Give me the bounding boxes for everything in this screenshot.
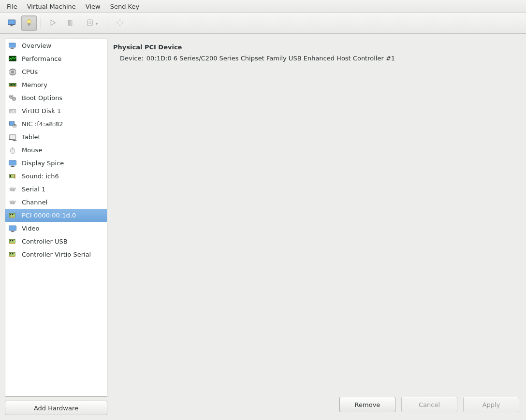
pcicard-icon [7,250,18,260]
sidebar-item-performance[interactable]: Performance [5,52,107,65]
svg-rect-35 [9,86,16,87]
remove-button[interactable]: Remove [339,397,395,412]
serial-icon [7,198,18,207]
svg-rect-53 [11,166,15,167]
sidebar-item-mouse[interactable]: Mouse [5,144,107,157]
button-label: Remove [355,401,380,408]
fullscreen-icon [116,18,124,29]
sidebar-item-label: Controller USB [22,238,104,245]
svg-point-62 [11,202,12,202]
separator [108,17,108,29]
shutdown-button[interactable]: ▾ [80,15,104,31]
menu-view[interactable]: View [82,1,104,12]
sidebar-item-label: Boot Options [22,94,104,101]
pcicard-icon [7,237,18,246]
toolbar: ▾ [0,13,526,34]
sidebar-item-controller-virtio-serial[interactable]: Controller Virtio Serial [5,248,107,261]
button-label: Cancel [419,401,440,408]
svg-rect-56 [15,174,15,178]
lightbulb-icon [25,18,33,29]
details-content: Physical PCI Device Device: 00:1D:0 6 Se… [112,39,521,394]
svg-rect-2 [11,25,13,26]
content-area: Overview Performance CPUs Memory Boot Op… [0,34,526,420]
add-hardware-button[interactable]: Add Hardware [5,401,107,415]
sidebar-item-video[interactable]: Video [5,222,107,235]
sidebar-item-serial-1[interactable]: Serial 1 [5,183,107,196]
menu-virtual-machine[interactable]: Virtual Machine [23,1,80,12]
sidebar-item-label: Display Spice [22,159,104,167]
monitor-icon [7,18,16,29]
svg-rect-76 [12,240,14,241]
svg-point-59 [14,188,14,189]
details-view-button[interactable] [21,15,37,31]
svg-rect-14 [11,48,15,49]
svg-rect-73 [11,232,15,232]
sidebar-item-label: Channel [22,199,104,206]
svg-rect-51 [9,160,16,165]
svg-rect-81 [9,256,15,257]
svg-line-48 [9,139,17,141]
svg-rect-47 [9,134,16,139]
button-label: Add Hardware [34,405,78,412]
mouse-icon [7,145,18,155]
svg-rect-80 [12,253,14,254]
fullscreen-button[interactable] [112,15,128,31]
svg-point-11 [89,21,91,24]
sidebar-item-boot-options[interactable]: Boot Options [5,91,107,104]
svg-rect-79 [10,253,11,254]
sidebar-item-display-spice[interactable]: Display Spice [5,157,107,170]
action-bar: Remove Cancel Apply [112,394,521,415]
sidebar-item-label: Performance [22,55,104,62]
sidebar-item-cpus[interactable]: CPUs [5,65,107,78]
svg-point-63 [12,202,13,202]
sidebar-item-nic[interactable]: NIC :f4:a8:82 [5,117,107,130]
sidebar-item-overview[interactable]: Overview [5,39,107,52]
svg-rect-17 [11,71,14,73]
console-view-button[interactable] [4,15,19,31]
run-button[interactable] [45,15,60,31]
menubar: File Virtual Machine View Send Key [0,0,526,13]
svg-rect-1 [8,20,15,24]
svg-marker-7 [51,20,55,25]
memory-icon [7,80,18,90]
svg-rect-43 [10,111,13,112]
pause-button[interactable] [62,15,78,31]
sidebar-item-memory[interactable]: Memory [5,78,107,91]
display-icon [7,159,18,168]
sidebar-item-tablet[interactable]: Tablet [5,130,107,144]
field-value: 00:1D:0 6 Series/C200 Series Chipset Fam… [146,55,395,62]
sidebar-item-label: Controller Virtio Serial [22,251,104,258]
sidebar-item-virtio-disk-1[interactable]: VirtIO Disk 1 [5,104,107,117]
menu-file[interactable]: File [3,1,21,12]
cancel-button: Cancel [401,397,457,412]
cpu-icon [7,67,18,77]
sidebar-item-label: NIC :f4:a8:82 [22,120,104,128]
sidebar-item-label: Memory [22,81,104,88]
disk-icon [7,106,18,116]
svg-rect-40 [9,109,16,113]
pause-icon [66,18,74,29]
computer-icon [7,41,18,51]
svg-point-41 [14,111,15,112]
display-icon [7,224,18,233]
svg-point-58 [12,188,13,189]
button-label: Apply [482,401,500,408]
svg-point-64 [14,202,14,202]
sidebar: Overview Performance CPUs Memory Boot Op… [5,39,107,415]
menu-send-key[interactable]: Send Key [106,1,143,12]
svg-rect-8 [68,20,70,25]
svg-point-61 [13,189,14,190]
svg-point-60 [12,189,12,190]
svg-rect-71 [9,226,16,231]
chevron-down-icon: ▾ [95,21,98,26]
tablet-icon [7,132,18,142]
nic-icon [7,119,18,129]
sidebar-item-controller-usb[interactable]: Controller USB [5,235,107,248]
svg-rect-13 [11,47,14,48]
svg-point-38 [11,96,12,97]
sidebar-item-pci-device[interactable]: PCI 0000:00:1d.0 [5,209,107,222]
sidebar-item-channel[interactable]: Channel [5,196,107,209]
hardware-list[interactable]: Overview Performance CPUs Memory Boot Op… [5,39,107,397]
svg-rect-9 [71,20,72,25]
sidebar-item-sound[interactable]: Sound: ich6 [5,170,107,183]
